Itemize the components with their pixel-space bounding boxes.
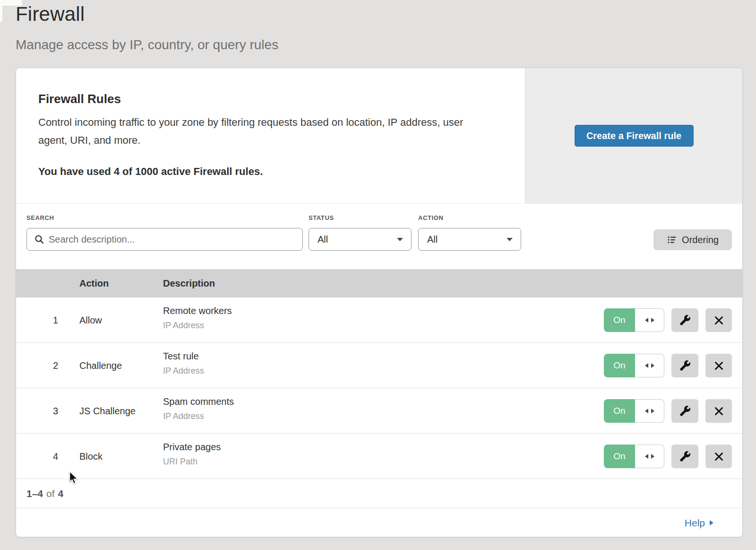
firewall-page: Firewall Manage access by IP, country, o… xyxy=(0,0,756,550)
toggle-on-label: On xyxy=(604,308,635,332)
rule-action: Challenge xyxy=(79,343,122,388)
firewall-rule-row: 1 Allow Remote workers IP Address On xyxy=(16,297,742,343)
rule-enable-toggle[interactable]: On xyxy=(604,399,664,423)
delete-rule-button[interactable] xyxy=(705,354,732,377)
search-input-wrapper xyxy=(26,228,303,251)
search-icon xyxy=(34,235,44,244)
wrench-icon xyxy=(679,314,691,326)
rule-enable-toggle[interactable]: On xyxy=(604,308,664,332)
status-label: STATUS xyxy=(309,214,334,221)
wrench-icon xyxy=(679,405,691,417)
rule-description-cell: Remote workers IP Address xyxy=(163,306,232,331)
wrench-icon xyxy=(679,451,691,462)
column-header-action: Action xyxy=(79,269,109,297)
action-select[interactable]: All xyxy=(418,228,521,251)
rule-enable-toggle[interactable]: On xyxy=(604,354,664,377)
create-rule-panel: Create a Firewall rule xyxy=(525,68,742,203)
rule-match-type: IP Address xyxy=(163,411,234,421)
page-title: Firewall xyxy=(16,3,85,26)
action-select-value: All xyxy=(427,234,438,245)
firewall-rules-card: Firewall Rules Control incoming traffic … xyxy=(16,68,743,537)
ordering-button-label: Ordering xyxy=(682,235,719,245)
search-label: SEARCH xyxy=(26,214,54,221)
column-header-description: Description xyxy=(163,269,215,297)
create-firewall-rule-button[interactable]: Create a Firewall rule xyxy=(575,125,694,147)
firewall-rule-row: 4 Block Private pages URI Path On xyxy=(16,434,742,479)
left-right-arrows-icon xyxy=(635,308,664,332)
delete-rule-button[interactable] xyxy=(705,445,732,468)
wrench-icon xyxy=(679,360,691,371)
pagination-range: 1–4 xyxy=(26,488,43,499)
caret-down-icon xyxy=(396,237,404,242)
filters-section: SEARCH STATUS All ACTION All xyxy=(16,204,742,269)
edit-rule-button[interactable] xyxy=(671,399,698,423)
rules-usage-note: You have used 4 of 1000 active Firewall … xyxy=(38,166,263,178)
rule-description-cell: Test rule IP Address xyxy=(163,351,204,376)
edit-rule-button[interactable] xyxy=(671,308,698,332)
rule-priority: 4 xyxy=(42,434,58,479)
pagination: 1–4 of 4 xyxy=(16,479,742,508)
rule-priority: 1 xyxy=(42,297,58,343)
toggle-on-label: On xyxy=(604,445,635,468)
rule-action: Allow xyxy=(79,297,102,343)
rule-description: Test rule xyxy=(163,351,204,362)
caret-down-icon xyxy=(506,237,513,242)
rule-enable-toggle[interactable]: On xyxy=(604,445,664,468)
close-icon xyxy=(714,315,724,325)
rule-match-type: URI Path xyxy=(163,457,221,467)
close-icon xyxy=(714,406,724,416)
delete-rule-button[interactable] xyxy=(705,399,732,423)
search-input[interactable] xyxy=(49,234,302,245)
rule-description: Spam comments xyxy=(163,396,234,407)
rules-heading: Firewall Rules xyxy=(38,92,121,106)
pagination-of-label: of xyxy=(46,488,55,499)
ordering-button[interactable]: Ordering xyxy=(653,229,732,250)
rules-table-body: 1 Allow Remote workers IP Address On xyxy=(16,297,742,479)
table-header: Action Description xyxy=(16,269,742,297)
firewall-rule-row: 2 Challenge Test rule IP Address On xyxy=(16,343,742,388)
rule-match-type: IP Address xyxy=(163,366,204,376)
delete-rule-button[interactable] xyxy=(705,308,732,332)
status-select-value: All xyxy=(318,234,328,245)
help-link[interactable]: Help xyxy=(685,517,714,529)
left-right-arrows-icon xyxy=(635,399,664,423)
window-edge-artifact xyxy=(0,0,2,22)
left-right-arrows-icon xyxy=(635,445,664,468)
toggle-on-label: On xyxy=(604,399,635,423)
rule-description: Private pages xyxy=(163,442,221,453)
ordered-list-icon xyxy=(667,235,677,245)
rule-priority: 3 xyxy=(42,388,58,434)
help-row: Help xyxy=(16,508,742,537)
status-select[interactable]: All xyxy=(309,228,412,251)
close-icon xyxy=(714,452,724,462)
rule-description-cell: Spam comments IP Address xyxy=(163,396,234,421)
rule-action: JS Challenge xyxy=(79,388,136,434)
page-subtitle: Manage access by IP, country, or query r… xyxy=(16,37,278,52)
toggle-on-label: On xyxy=(604,354,635,377)
edit-rule-button[interactable] xyxy=(671,354,698,377)
pagination-total: 4 xyxy=(58,488,64,499)
rules-description: Control incoming traffic to your zone by… xyxy=(38,113,492,149)
left-right-arrows-icon xyxy=(635,354,664,377)
close-icon xyxy=(714,361,724,371)
action-label: ACTION xyxy=(418,214,443,221)
help-link-label: Help xyxy=(685,517,705,529)
rule-description: Remote workers xyxy=(163,306,232,316)
rule-priority: 2 xyxy=(42,343,58,388)
rule-match-type: IP Address xyxy=(163,321,232,331)
arrow-right-icon xyxy=(709,520,714,526)
rule-action: Block xyxy=(79,434,103,479)
rule-description-cell: Private pages URI Path xyxy=(163,442,221,467)
firewall-rule-row: 3 JS Challenge Spam comments IP Address … xyxy=(16,388,742,434)
rules-intro-section: Firewall Rules Control incoming traffic … xyxy=(16,68,742,204)
edit-rule-button[interactable] xyxy=(671,445,698,468)
